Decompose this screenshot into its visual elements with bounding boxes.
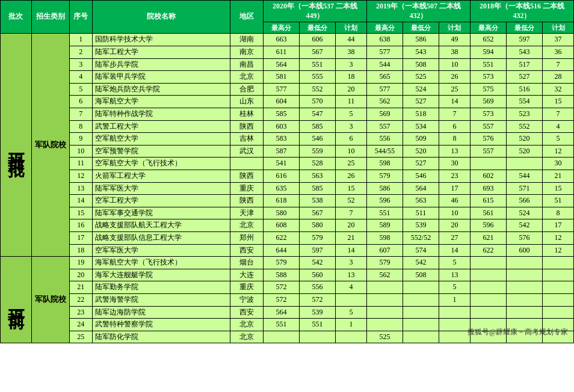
data-cell: 525	[403, 71, 439, 84]
table-row: 22武警海警学院宁波5725721	[1, 293, 574, 306]
table-row: 18空军军医大学西安644597146075741462260012	[1, 244, 574, 257]
data-cell: 27	[439, 231, 471, 244]
header-2020: 2020年（一本线537 二本线449）	[263, 1, 366, 22]
data-cell: 527	[506, 71, 542, 84]
data-cell: 579	[366, 170, 403, 183]
data-cell: 551	[470, 58, 506, 71]
data-cell: 589	[366, 219, 403, 232]
data-cell: 4	[336, 281, 367, 294]
seq-cell: 13	[69, 182, 92, 195]
school-name: 陆军勤务学院	[92, 281, 230, 294]
data-cell: 556	[299, 281, 335, 294]
data-cell	[543, 306, 574, 319]
data-cell: 5	[439, 257, 471, 269]
data-cell: 644	[263, 244, 299, 257]
area-cell: 大连	[230, 269, 264, 281]
data-cell: 12	[543, 231, 574, 244]
data-cell: 561	[470, 207, 506, 219]
data-cell: 12	[543, 145, 574, 158]
data-cell	[470, 293, 506, 306]
data-cell	[506, 293, 542, 306]
seq-cell: 15	[69, 207, 92, 219]
table-row: 10空军预警学院武汉58755910544/555201355752012	[1, 145, 574, 158]
type-military-2: 军队院校	[31, 257, 69, 343]
table-row: 提前一批军队院校1国防科学技术大学湖南663606446385864965259…	[1, 34, 574, 46]
seq-cell: 25	[69, 331, 92, 343]
data-cell: 517	[506, 58, 542, 71]
data-cell: 20	[336, 219, 367, 232]
data-cell: 579	[263, 257, 299, 269]
area-cell: 南京	[230, 46, 264, 59]
data-cell: 25	[336, 158, 367, 170]
data-cell: 547	[299, 108, 335, 121]
school-name: 空军航空大学	[92, 133, 230, 145]
data-cell: 573	[470, 71, 506, 84]
data-cell	[403, 319, 439, 331]
data-cell: 580	[263, 207, 299, 219]
data-cell: 693	[470, 182, 506, 195]
data-cell	[470, 281, 506, 294]
data-cell: 13	[336, 269, 367, 281]
seq-cell: 1	[69, 34, 92, 46]
data-cell	[439, 306, 471, 319]
data-cell: 635	[263, 182, 299, 195]
data-cell: 543	[506, 46, 542, 59]
data-cell: 542	[403, 257, 439, 269]
data-cell: 10	[439, 58, 471, 71]
data-cell: 618	[263, 195, 299, 207]
area-cell: 郑州	[230, 231, 264, 244]
data-cell: 21	[543, 170, 574, 183]
data-cell: 576	[506, 231, 542, 244]
data-cell: 8	[543, 207, 574, 219]
data-cell	[366, 306, 403, 319]
data-cell	[506, 257, 542, 269]
data-cell	[299, 331, 335, 343]
table-row: 2陆军工程大学南京611567385775433859454336	[1, 46, 574, 59]
area-cell: 陕西	[230, 195, 264, 207]
header-2019: 2019年（一本线507 二本线432）	[366, 1, 470, 22]
data-cell: 5	[439, 281, 471, 294]
data-cell: 567	[299, 207, 335, 219]
area-cell: 重庆	[230, 182, 264, 195]
data-cell: 564	[263, 58, 299, 71]
data-cell: 557	[366, 120, 403, 133]
data-cell: 13	[439, 145, 471, 158]
data-cell: 574	[403, 244, 439, 257]
data-cell: 565	[366, 71, 403, 84]
data-cell: 597	[299, 244, 335, 257]
data-cell: 32	[543, 83, 574, 96]
data-cell: 585	[263, 108, 299, 121]
school-name: 陆军工程大学	[92, 46, 230, 59]
data-cell: 546	[403, 170, 439, 183]
data-cell: 552	[506, 120, 542, 133]
data-cell: 3	[336, 257, 367, 269]
area-cell: 西安	[230, 244, 264, 257]
data-cell: 544	[506, 170, 542, 183]
area-cell: 吉林	[230, 133, 264, 145]
school-name: 海军航空大学	[92, 96, 230, 108]
sub-2018-max: 最高分	[470, 22, 506, 34]
school-name: 陆军步兵学院	[92, 58, 230, 71]
table-row: 21陆军勤务学院重庆57255645	[1, 281, 574, 294]
data-cell: 4	[543, 120, 574, 133]
data-cell: 564	[403, 182, 439, 195]
seq-cell: 2	[69, 46, 92, 59]
data-cell: 49	[439, 34, 471, 46]
data-cell: 51	[543, 195, 574, 207]
watermark: 搜狐号@辟耀康－高考规划专家	[468, 327, 568, 337]
data-cell: 663	[263, 34, 299, 46]
data-cell: 30	[439, 158, 471, 170]
data-cell: 563	[299, 170, 335, 183]
area-cell: 陕西	[230, 120, 264, 133]
data-cell: 563	[403, 195, 439, 207]
data-cell: 555	[299, 71, 335, 84]
data-cell: 10	[336, 145, 367, 158]
school-name: 武警海警学院	[92, 293, 230, 306]
seq-cell: 14	[69, 195, 92, 207]
data-cell: 30	[543, 158, 574, 170]
data-cell: 52	[336, 195, 367, 207]
header-batch: 批次	[1, 1, 32, 34]
data-cell	[506, 269, 542, 281]
data-cell	[543, 281, 574, 294]
school-name: 国防科学技术大学	[92, 34, 230, 46]
